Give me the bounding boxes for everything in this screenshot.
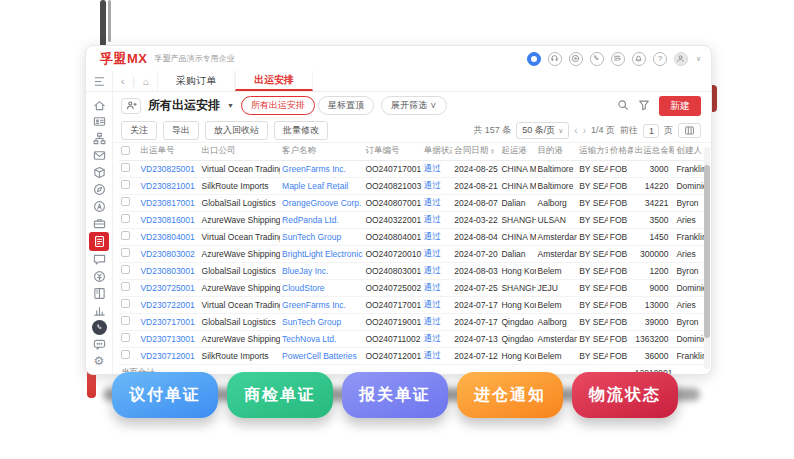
scrollbar-thumb[interactable]	[704, 165, 710, 338]
status-badge[interactable]: 通过	[422, 177, 453, 194]
table-row[interactable]: VD230804001Virtual Ocean TradingSunTech …	[119, 228, 705, 245]
sidebar-briefcase-icon[interactable]	[89, 215, 109, 231]
shipment-no-link[interactable]: VD230712001	[138, 347, 199, 364]
sidebar-home-icon[interactable]	[89, 97, 109, 113]
status-badge[interactable]: 通过	[422, 296, 453, 313]
shipment-no-link[interactable]: VD230803001	[138, 262, 199, 279]
table-row[interactable]: VD230816001AzureWave ShippingRedPanda Lt…	[119, 211, 705, 228]
shipment-no-link[interactable]: VD230713001	[138, 330, 199, 347]
status-badge[interactable]: 通过	[422, 160, 453, 177]
export-button[interactable]: 导出	[163, 121, 199, 140]
headset-icon[interactable]	[548, 52, 562, 66]
record-icon[interactable]	[569, 52, 583, 66]
goto-page-input[interactable]: 1	[643, 124, 659, 138]
follow-button[interactable]: 关注	[121, 121, 157, 140]
sidebar-phone-contact-icon[interactable]	[89, 319, 109, 335]
table-row[interactable]: VD230725001AzureWave ShippingCloudStoreO…	[119, 279, 705, 296]
table-row[interactable]: VD230821001SilkRoute ImportsMaple Leaf R…	[119, 177, 705, 194]
customer-link[interactable]: SunTech Group	[280, 228, 363, 245]
view-caret-icon[interactable]: ▼	[227, 102, 234, 109]
row-checkbox[interactable]	[119, 262, 138, 279]
pill-customs-docs[interactable]: 报关单证	[342, 372, 448, 418]
customer-link[interactable]: PowerCell Batteries	[280, 347, 363, 364]
shipment-no-link[interactable]: VD230817001	[138, 194, 199, 211]
sidebar-finance-icon[interactable]	[89, 269, 109, 285]
table-row[interactable]: VD230825001Virtual Ocean TradingGreenFar…	[119, 160, 705, 177]
status-badge[interactable]: 通过	[422, 347, 453, 364]
sidebar-compass-icon[interactable]	[89, 181, 109, 197]
view-title[interactable]: 所有出运安排	[148, 97, 220, 114]
sidebar-message-icon[interactable]	[89, 336, 109, 352]
sidebar-ledger-icon[interactable]	[89, 285, 109, 301]
table-scrollbar[interactable]	[704, 147, 710, 369]
avatar-caret-icon[interactable]: ∨	[696, 55, 701, 63]
pill-inspection-docs[interactable]: 商检单证	[227, 372, 333, 418]
row-checkbox[interactable]	[119, 279, 138, 296]
help-icon[interactable]: ?	[653, 52, 667, 66]
shipment-no-link[interactable]: VD230803002	[138, 245, 199, 262]
pill-logistics-status[interactable]: 物流状态	[572, 372, 678, 418]
pill-negotiation-docs[interactable]: 议付单证	[112, 372, 218, 418]
sidebar-org-icon[interactable]	[89, 131, 109, 147]
row-checkbox[interactable]	[119, 313, 138, 330]
shipment-no-link[interactable]: VD230821001	[138, 177, 199, 194]
column-settings-icon[interactable]	[678, 123, 701, 138]
pill-warehouse-notice[interactable]: 进仓通知	[457, 372, 563, 418]
status-badge[interactable]: 通过	[422, 279, 453, 296]
sidebar-collapse-icon[interactable]	[86, 71, 113, 91]
tab-purchase-orders[interactable]: 采购订单	[157, 71, 235, 91]
sort-icon[interactable]: ▲▼	[490, 148, 494, 154]
prev-page-icon[interactable]: ‹	[574, 125, 577, 136]
sidebar-product-box-icon[interactable]	[89, 164, 109, 180]
sidebar-settings-gear-icon[interactable]: ⚙	[89, 353, 109, 369]
table-row[interactable]: VD230803002AzureWave ShippingBrightLight…	[119, 245, 705, 262]
sidebar-mail-icon[interactable]	[89, 148, 109, 164]
view-switcher-icon[interactable]	[121, 98, 141, 114]
page-size-select[interactable]: 50 条/页∨	[516, 122, 569, 139]
customer-link[interactable]: CloudStore	[280, 279, 363, 296]
filter-segment-starred[interactable]: 星标置顶	[318, 96, 374, 115]
customer-link[interactable]: BlueJay Inc.	[280, 262, 363, 279]
filter-funnel-icon[interactable]	[638, 97, 650, 115]
next-page-icon[interactable]: ›	[583, 125, 586, 136]
status-badge[interactable]: 通过	[422, 194, 453, 211]
sidebar-report-chart-icon[interactable]	[89, 302, 109, 318]
tab-shipment-plan[interactable]: 出运安排	[235, 71, 313, 91]
search-icon[interactable]	[617, 97, 629, 115]
table-row[interactable]: VD230712001SilkRoute ImportsPowerCell Ba…	[119, 347, 705, 364]
table-row[interactable]: VD230713001AzureWave ShippingTechNova Lt…	[119, 330, 705, 347]
row-checkbox[interactable]	[119, 211, 138, 228]
table-row[interactable]: VD230817001GlobalSail LogisticsOrangeGro…	[119, 194, 705, 211]
batch-edit-button[interactable]: 批量修改	[274, 121, 328, 140]
expand-filter-button[interactable]: 展开筛选 ∨	[381, 96, 447, 115]
status-badge[interactable]: 通过	[422, 211, 453, 228]
row-checkbox[interactable]	[119, 160, 138, 177]
row-checkbox[interactable]	[119, 177, 138, 194]
row-checkbox[interactable]	[119, 347, 138, 364]
shipment-no-link[interactable]: VD230825001	[138, 160, 199, 177]
row-checkbox[interactable]	[119, 228, 138, 245]
phone-icon[interactable]	[590, 52, 604, 66]
user-avatar[interactable]	[674, 52, 688, 66]
status-badge[interactable]: 通过	[422, 262, 453, 279]
customer-link[interactable]: SunTech Group	[280, 313, 363, 330]
row-checkbox[interactable]	[119, 330, 138, 347]
select-all-checkbox[interactable]	[119, 143, 138, 160]
sidebar-customer-icon[interactable]	[89, 198, 109, 214]
recycle-bin-button[interactable]: 放入回收站	[205, 121, 268, 140]
row-checkbox[interactable]	[119, 245, 138, 262]
status-badge[interactable]: 通过	[422, 228, 453, 245]
filter-segment-all[interactable]: 所有出运安排	[241, 96, 315, 115]
bell-icon[interactable]	[632, 52, 646, 66]
customer-link[interactable]: GreenFarms Inc.	[280, 296, 363, 313]
shipment-no-link[interactable]: VD230816001	[138, 211, 199, 228]
status-badge[interactable]: 通过	[422, 245, 453, 262]
shipment-no-link[interactable]: VD230722001	[138, 296, 199, 313]
table-row[interactable]: VD230803001GlobalSail LogisticsBlueJay I…	[119, 262, 705, 279]
customer-link[interactable]: Maple Leaf Retail	[280, 177, 363, 194]
customer-link[interactable]: OrangeGroove Corp.	[280, 194, 363, 211]
row-checkbox[interactable]	[119, 296, 138, 313]
status-badge[interactable]: 通过	[422, 313, 453, 330]
table-row[interactable]: VD230722001Virtual Ocean TradingGreenFar…	[119, 296, 705, 313]
new-button[interactable]: 新建	[659, 96, 701, 116]
